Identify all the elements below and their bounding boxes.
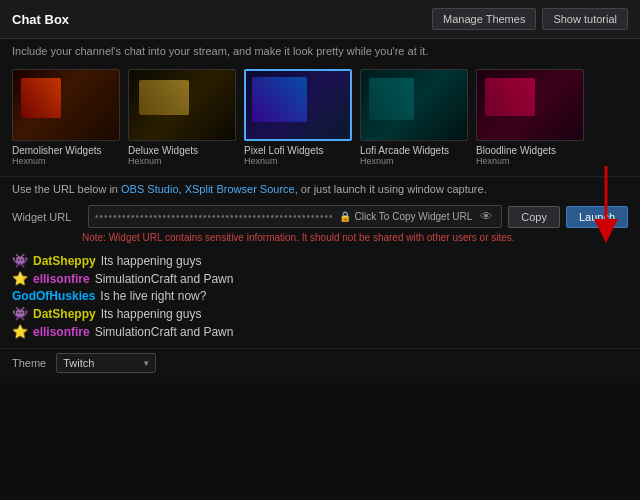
theme-brand-lofiarcade: Hexnum [360, 156, 468, 166]
xsplit-link[interactable]: XSplit Browser Source [185, 183, 295, 195]
theme-row-bottom: Theme TwitchYouTubeFacebookCustom [0, 348, 640, 377]
theme-thumb-pixellofi [244, 69, 352, 141]
url-warning: Note: Widget URL contains sensitive info… [0, 230, 640, 247]
theme-select[interactable]: TwitchYouTubeFacebookCustom [56, 353, 156, 373]
chat-message-4: SimulationCraft and Pawn [95, 325, 234, 339]
url-section-desc: Use the URL below in OBS Studio, XSplit … [0, 176, 640, 201]
page-title: Chat Box [12, 12, 69, 27]
theme-card-demolisher[interactable]: Demolisher Widgets Hexnum [12, 69, 120, 166]
url-input-wrap: 🔒 Click To Copy Widget URL 👁 [88, 205, 502, 228]
widget-url-row: Widget URL 🔒 Click To Copy Widget URL 👁 … [0, 201, 640, 230]
obs-studio-link[interactable]: OBS Studio [121, 183, 178, 195]
widget-url-label: Widget URL [12, 211, 82, 223]
theme-label: Theme [12, 357, 46, 369]
red-arrow-icon [586, 161, 626, 251]
chat-line-3: 👾 DatSheppy Its happening guys [12, 306, 628, 321]
manage-themes-button[interactable]: Manage Themes [432, 8, 536, 30]
theme-card-pixellofi[interactable]: Pixel Lofi Widgets Hexnum [244, 69, 352, 166]
chat-section-wrapper: 👾 DatSheppy Its happening guys ⭐ ellison… [0, 247, 640, 348]
chat-message-3: Its happening guys [101, 307, 202, 321]
theme-card-deluxe[interactable]: Deluxe Widgets Hexnum [128, 69, 236, 166]
header-buttons: Manage Themes Show tutorial [432, 8, 628, 30]
theme-select-wrap: TwitchYouTubeFacebookCustom [56, 353, 156, 373]
chat-username-0: DatSheppy [33, 254, 96, 268]
theme-name-pixellofi: Pixel Lofi Widgets [244, 145, 352, 156]
theme-thumb-lofiarcade [360, 69, 468, 141]
chat-username-4: ellisonfire [33, 325, 90, 339]
chat-message-0: Its happening guys [101, 254, 202, 268]
theme-thumb-demolisher [12, 69, 120, 141]
chat-username-1: ellisonfire [33, 272, 90, 286]
chat-line-4: ⭐ ellisonfire SimulationCraft and Pawn [12, 324, 628, 339]
theme-name-demolisher: Demolisher Widgets [12, 145, 120, 156]
click-to-copy-label[interactable]: 🔒 Click To Copy Widget URL [339, 211, 473, 222]
chat-line-1: ⭐ ellisonfire SimulationCraft and Pawn [12, 271, 628, 286]
chat-message-2: Is he live right now? [100, 289, 206, 303]
chat-emoji-0: 👾 [12, 253, 28, 268]
theme-thumb-deluxe [128, 69, 236, 141]
chat-emoji-4: ⭐ [12, 324, 28, 339]
show-tutorial-button[interactable]: Show tutorial [542, 8, 628, 30]
themes-section: Demolisher Widgets Hexnum Deluxe Widgets… [0, 63, 640, 176]
theme-brand-bloodline: Hexnum [476, 156, 584, 166]
chat-line-0: 👾 DatSheppy Its happening guys [12, 253, 628, 268]
theme-brand-demolisher: Hexnum [12, 156, 120, 166]
chat-line-2: GodOfHuskies Is he live right now? [12, 289, 628, 303]
theme-card-lofiarcade[interactable]: Lofi Arcade Widgets Hexnum [360, 69, 468, 166]
theme-brand-pixellofi: Hexnum [244, 156, 352, 166]
chat-username-3: DatSheppy [33, 307, 96, 321]
subtitle-text: Include your channel's chat into your st… [0, 39, 640, 63]
themes-row: Demolisher Widgets Hexnum Deluxe Widgets… [12, 69, 628, 166]
chat-username-2: GodOfHuskies [12, 289, 95, 303]
eye-toggle-button[interactable]: 👁 [478, 209, 495, 224]
theme-name-deluxe: Deluxe Widgets [128, 145, 236, 156]
widget-url-input[interactable] [95, 211, 333, 222]
theme-name-lofiarcade: Lofi Arcade Widgets [360, 145, 468, 156]
header: Chat Box Manage Themes Show tutorial [0, 0, 640, 39]
chat-emoji-1: ⭐ [12, 271, 28, 286]
theme-brand-deluxe: Hexnum [128, 156, 236, 166]
chat-emoji-3: 👾 [12, 306, 28, 321]
theme-card-bloodline[interactable]: Bloodline Widgets Hexnum [476, 69, 584, 166]
copy-button[interactable]: Copy [508, 206, 560, 228]
theme-name-bloodline: Bloodline Widgets [476, 145, 584, 156]
chat-message-1: SimulationCraft and Pawn [95, 272, 234, 286]
lock-icon: 🔒 [339, 211, 351, 222]
theme-thumb-bloodline [476, 69, 584, 141]
chat-preview: 👾 DatSheppy Its happening guys ⭐ ellison… [0, 247, 640, 348]
